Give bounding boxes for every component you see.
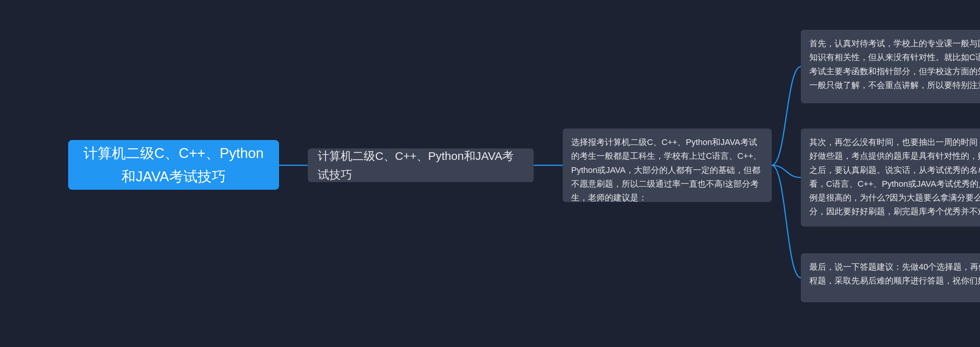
mindmap-level2-node[interactable]: 选择报考计算机二级C、C++、Python和JAVA考试的考生一般都是工科生，学… bbox=[563, 129, 772, 202]
mindmap-level1-node[interactable]: 计算机二级C、C++、Python和JAVA考试技巧 bbox=[308, 148, 534, 182]
level3c-label: 最后，说一下答题建议：先做40个选择题，再做编程题，采取先易后难的顺序进行答题，… bbox=[809, 262, 980, 285]
mindmap-level3-node-b[interactable]: 其次，再怎么没有时间，也要抽出一周的时间，好好做些题，考点提供的题库是具有针对性… bbox=[801, 129, 980, 226]
level3a-label: 首先，认真对待考试，学校上的专业课一般与国考知识有相关性，但从来没有针对性。就比… bbox=[809, 39, 980, 90]
mindmap-root-node[interactable]: 计算机二级C、C++、Python和JAVA考试技巧 bbox=[68, 140, 279, 190]
level3b-label: 其次，再怎么没有时间，也要抽出一周的时间，好好做些题，考点提供的题库是具有针对性… bbox=[809, 137, 980, 216]
root-label: 计算机二级C、C++、Python和JAVA考试技巧 bbox=[80, 142, 268, 188]
level2-label: 选择报考计算机二级C、C++、Python和JAVA考试的考生一般都是工科生，学… bbox=[571, 137, 761, 202]
mindmap-level3-node-a[interactable]: 首先，认真对待考试，学校上的专业课一般与国考知识有相关性，但从来没有针对性。就比… bbox=[801, 30, 980, 103]
mindmap-level3-node-c[interactable]: 最后，说一下答题建议：先做40个选择题，再做编程题，采取先易后难的顺序进行答题，… bbox=[801, 253, 980, 302]
level1-label: 计算机二级C、C++、Python和JAVA考试技巧 bbox=[318, 147, 524, 184]
